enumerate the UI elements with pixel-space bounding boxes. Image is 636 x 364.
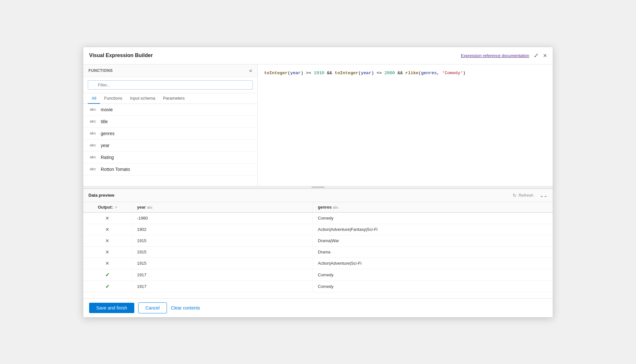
output-cell: ✕ (83, 246, 132, 258)
cross-icon: ✕ (105, 238, 109, 243)
list-item[interactable]: abcRotton Tomato (83, 163, 257, 175)
output-cell: ✕ (83, 235, 132, 246)
output-cell: ✓ (83, 269, 132, 280)
table-header-row: Output: ↗ year abc genres abc (83, 202, 553, 212)
col-header-output: Output: ↗ (83, 202, 132, 212)
tab-all[interactable]: All (88, 93, 100, 104)
item-label: Rating (101, 155, 114, 160)
divider-bar[interactable] (83, 186, 553, 189)
cross-icon: ✕ (105, 215, 109, 221)
preview-title: Data preview (88, 193, 114, 198)
year-type: abc (147, 205, 153, 209)
list-item[interactable]: abcyear (83, 140, 257, 152)
output-label: Output: (98, 205, 114, 210)
year-cell: 1915 (132, 258, 313, 269)
save-and-finish-button[interactable]: Save and finish (89, 303, 134, 313)
year-cell: 1915 (132, 246, 313, 258)
data-preview-section: Data preview ↻ Refresh ⌄⌄ Output: (83, 189, 553, 298)
table-body: ✕ -1980 Comedy ✕ 1902 Action|Adventure|F… (83, 212, 553, 292)
item-label: movie (101, 107, 113, 112)
filter-container: 🔍 (83, 77, 257, 93)
year-cell: -1980 (132, 212, 313, 224)
table-row: ✓ 1917 Comedy (83, 269, 553, 280)
dialog-footer: Save and finish Cancel Clear contents (83, 298, 553, 317)
refresh-label: Refresh (518, 193, 533, 198)
item-label: genres (101, 131, 115, 136)
dialog-header: Visual Expression Builder Expression ref… (83, 47, 553, 64)
genres-label: genres (318, 205, 333, 210)
expression-area[interactable]: toInteger(year) >= 1910 && toInteger(yea… (258, 64, 553, 186)
type-badge: abc (90, 143, 97, 147)
preview-actions: ↻ Refresh ⌄⌄ (509, 192, 548, 199)
refresh-button[interactable]: ↻ Refresh (509, 192, 537, 199)
year-cell: 1917 (132, 280, 313, 292)
items-list: abcmovieabctitleabcgenresabcyearabcRatin… (83, 104, 257, 186)
check-icon: ✓ (105, 284, 109, 289)
close-icon[interactable]: × (543, 52, 547, 59)
genres-cell: Comedy (313, 212, 553, 224)
tabs-row: All Functions Input schema Parameters (83, 93, 257, 104)
list-item[interactable]: abctitle (83, 116, 257, 128)
year-cell: 1902 (132, 224, 313, 235)
output-cell: ✕ (83, 212, 132, 224)
type-badge: abc (90, 155, 97, 159)
functions-section-label: FUNCTIONS (88, 68, 113, 73)
list-item[interactable]: abcRating (83, 152, 257, 163)
output-sort-icon[interactable]: ↗ (114, 205, 117, 209)
table-row: ✓ 1917 Comedy (83, 280, 553, 292)
genres-cell: Drama|War (313, 235, 553, 246)
left-panel: FUNCTIONS « 🔍 All Functions Input schema… (83, 64, 258, 186)
filter-input[interactable] (88, 80, 253, 90)
col-header-genres: genres abc (313, 202, 553, 212)
genres-cell: Action|Adventure|Sci-Fi (313, 258, 553, 269)
refresh-icon: ↻ (513, 193, 517, 198)
genres-type: abc (333, 205, 339, 209)
preview-header: Data preview ↻ Refresh ⌄⌄ (83, 189, 553, 202)
visual-expression-builder-dialog: Visual Expression Builder Expression ref… (83, 47, 553, 318)
table-row: ✕ 1902 Action|Adventure|Fantasy|Sci-Fi (83, 224, 553, 235)
type-badge: abc (90, 107, 97, 112)
clear-contents-button[interactable]: Clear contents (171, 305, 200, 310)
data-table: Output: ↗ year abc genres abc (83, 202, 553, 292)
table-row: ✕ 1915 Action|Adventure|Sci-Fi (83, 258, 553, 269)
check-icon: ✓ (105, 272, 109, 278)
header-right: Expression reference documentation ⤢ × (461, 52, 547, 59)
tab-input-schema[interactable]: Input schema (126, 93, 159, 104)
output-cell: ✕ (83, 224, 132, 235)
output-cell: ✓ (83, 280, 132, 292)
cross-icon: ✕ (105, 249, 109, 255)
divider-handle (312, 187, 324, 188)
genres-cell: Action|Adventure|Fantasy|Sci-Fi (313, 224, 553, 235)
table-row: ✕ 1915 Drama|War (83, 235, 553, 246)
dialog-title: Visual Expression Builder (89, 53, 153, 58)
table-row: ✕ 1915 Drama (83, 246, 553, 258)
output-cell: ✕ (83, 258, 132, 269)
type-badge: abc (90, 131, 97, 135)
collapse-icon[interactable]: « (249, 68, 252, 74)
dialog-body: FUNCTIONS « 🔍 All Functions Input schema… (83, 64, 553, 298)
tab-functions[interactable]: Functions (100, 93, 126, 104)
year-label: year (137, 205, 147, 210)
table-container: Output: ↗ year abc genres abc (83, 202, 553, 298)
cancel-button[interactable]: Cancel (138, 302, 167, 313)
year-cell: 1915 (132, 235, 313, 246)
list-item[interactable]: abcmovie (83, 104, 257, 116)
item-label: year (101, 143, 109, 148)
tab-parameters[interactable]: Parameters (159, 93, 189, 104)
type-badge: abc (90, 167, 97, 171)
col-header-year: year abc (132, 202, 313, 212)
genres-cell: Comedy (313, 269, 553, 280)
item-label: Rotton Tomato (101, 167, 130, 172)
filter-wrapper: 🔍 (88, 80, 253, 90)
cross-icon: ✕ (105, 227, 109, 232)
list-item[interactable]: abcgenres (83, 128, 257, 140)
right-panel: toInteger(year) >= 1910 && toInteger(yea… (258, 64, 553, 186)
doc-link[interactable]: Expression reference documentation (461, 53, 529, 58)
expand-icon[interactable]: ⤢ (534, 53, 539, 58)
collapse-preview-icon[interactable]: ⌄⌄ (540, 193, 548, 198)
table-row: ✕ -1980 Comedy (83, 212, 553, 224)
item-label: title (101, 119, 108, 124)
cross-icon: ✕ (105, 261, 109, 266)
type-badge: abc (90, 119, 97, 123)
genres-cell: Comedy (313, 280, 553, 292)
